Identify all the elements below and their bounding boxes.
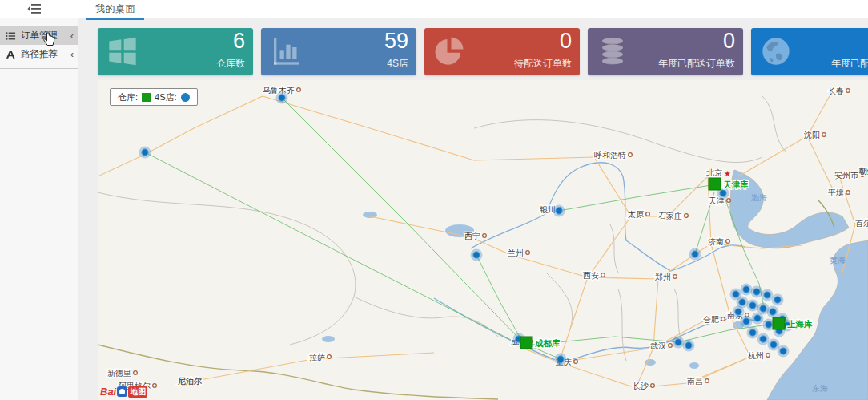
city-label-太原: 太原	[628, 210, 644, 219]
store-marker-8[interactable]	[685, 342, 692, 349]
top-header: 我的桌面	[0, 0, 868, 18]
sidebar: 订单管理‹路径推荐‹	[0, 18, 78, 400]
store-marker-3[interactable]	[556, 208, 562, 214]
stat-card-label: 年度已配	[831, 57, 868, 71]
city-dot-icon	[651, 384, 655, 388]
city-dot-icon	[727, 199, 731, 203]
city-label-西宁: 西宁	[464, 232, 480, 240]
store-marker-4[interactable]	[473, 252, 480, 258]
store-marker-1[interactable]	[279, 95, 285, 101]
stat-card-value: 0	[560, 29, 572, 54]
city-label-尼泊尔: 尼泊尔	[177, 377, 203, 386]
store-marker-2[interactable]	[142, 149, 148, 156]
city-dot-icon	[846, 89, 850, 93]
sidebar-item-2[interactable]: 路径推荐‹	[0, 45, 78, 63]
store-marker-23[interactable]	[766, 321, 772, 328]
legend-warehouse-label: 仓库:	[118, 91, 138, 103]
chevron-left-icon: ‹	[70, 30, 74, 41]
city-label-长春: 长春	[828, 87, 844, 95]
sidebar-item-label: 订单管理	[21, 30, 66, 42]
store-marker-12[interactable]	[743, 286, 749, 293]
warehouse-label-上海库: 上海库	[787, 319, 813, 329]
store-swatch-icon	[181, 93, 190, 102]
store-marker-28[interactable]	[780, 348, 786, 354]
city-dot-icon	[822, 133, 826, 137]
city-dot-icon	[629, 153, 633, 157]
warehouse-marker-天津库[interactable]	[709, 178, 721, 190]
store-marker-22[interactable]	[743, 318, 749, 325]
city-dot-icon	[673, 275, 677, 279]
store-marker-27[interactable]	[770, 341, 777, 348]
stat-card-1[interactable]: 6仓库数	[98, 28, 253, 75]
city-label-杭州: 杭州	[747, 351, 764, 360]
sea-label-黄海: 黄海	[830, 256, 846, 265]
store-marker-17[interactable]	[749, 302, 756, 309]
warehouse-marker-上海库[interactable]	[773, 317, 785, 329]
windows-icon	[106, 35, 139, 67]
city-label-武汉: 武汉	[650, 341, 666, 350]
store-marker-29[interactable]	[735, 309, 741, 315]
stat-card-label: 年度已配送订单数	[658, 57, 735, 71]
store-marker-9[interactable]	[557, 356, 564, 362]
main-content: 6仓库数594S店0待配送订单数0年度已配送订单数年度已配	[78, 18, 868, 400]
store-marker-11[interactable]	[733, 291, 739, 297]
city-label-朝鲜: 朝鲜	[858, 167, 868, 176]
legend-store-label: 4S店:	[155, 91, 177, 103]
store-marker-18[interactable]	[760, 305, 766, 312]
city-dot-icon	[483, 234, 487, 238]
stat-card-5[interactable]: 年度已配	[751, 28, 868, 75]
baidu-logo-text: Bai	[100, 386, 116, 398]
warehouse-swatch-icon	[142, 93, 151, 102]
stat-card-label: 仓库数	[216, 57, 245, 71]
store-marker-26[interactable]	[760, 336, 766, 342]
warehouse-label-成都库: 成都库	[534, 338, 561, 348]
warehouse-marker-成都库[interactable]	[520, 337, 532, 349]
city-dot-icon	[669, 344, 673, 348]
sidebar-item-label: 路径推荐	[21, 48, 66, 60]
baidu-paw-icon	[117, 386, 127, 397]
store-marker-25[interactable]	[749, 329, 756, 336]
warehouse-label-天津库: 天津库	[722, 180, 749, 189]
city-label-长沙: 长沙	[633, 382, 649, 390]
chevron-left-icon: ‹	[70, 49, 74, 59]
store-marker-6[interactable]	[720, 190, 726, 196]
sidebar-toggle-icon[interactable]	[27, 3, 42, 14]
stat-card-value: 6	[233, 29, 245, 54]
city-label-安州市: 安州市	[834, 171, 859, 180]
store-marker-13[interactable]	[753, 289, 760, 295]
stat-card-4[interactable]: 0年度已配送订单数	[588, 28, 743, 75]
stat-card-label: 4S店	[387, 57, 408, 71]
store-marker-16[interactable]	[739, 299, 745, 305]
store-marker-21[interactable]	[754, 315, 761, 321]
city-dot-icon	[685, 214, 689, 218]
sea-label-东海: 东海	[812, 384, 828, 393]
store-marker-14[interactable]	[764, 292, 770, 298]
city-label-首尔: 首尔	[855, 219, 868, 228]
store-marker-5[interactable]	[692, 251, 698, 257]
city-dot-icon	[705, 379, 709, 383]
map-legend: 仓库: 4S店:	[110, 88, 198, 106]
city-dot-icon	[526, 251, 530, 255]
china-map[interactable]: 乌鲁木齐呼和浩特北京★天津长春沈阳安州市平壤首尔朝鲜银川太原石家庄济南西宁兰州西…	[98, 80, 868, 400]
tab-my-desktop[interactable]: 我的桌面	[86, 0, 144, 20]
stat-card-2[interactable]: 594S店	[261, 28, 416, 75]
sidebar-item-1[interactable]: 订单管理‹	[0, 26, 78, 45]
city-label-合肥: 合肥	[703, 315, 719, 324]
city-dot-icon	[153, 384, 157, 388]
city-dot-icon	[766, 354, 770, 358]
stat-card-3[interactable]: 0待配送订单数	[424, 28, 580, 75]
city-dot-icon	[574, 360, 578, 364]
city-label-拉萨: 拉萨	[309, 353, 325, 362]
store-marker-15[interactable]	[774, 297, 781, 303]
route-icon	[6, 50, 16, 59]
city-label-呼和浩特: 呼和浩特	[594, 151, 626, 160]
city-label-郑州: 郑州	[654, 273, 671, 281]
store-marker-7[interactable]	[675, 339, 681, 345]
city-dot-icon	[328, 355, 332, 359]
city-dot-icon	[726, 240, 730, 244]
city-label-北京: 北京	[706, 168, 722, 177]
globe-icon	[760, 35, 792, 67]
sidebar-menu: 订单管理‹路径推荐‹	[0, 26, 78, 69]
store-marker-19[interactable]	[770, 309, 776, 315]
baidu-map-label: 地图	[128, 386, 147, 398]
